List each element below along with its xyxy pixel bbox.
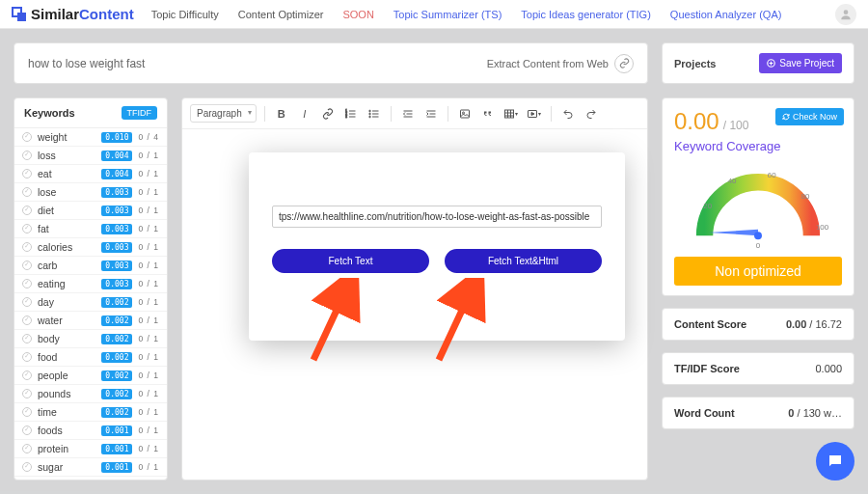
keyword-row[interactable]: lose0.0030 / 1 [14, 183, 167, 202]
check-icon [22, 389, 32, 398]
keyword-row[interactable]: eating0.0030 / 1 [14, 275, 167, 293]
table-icon[interactable]: ▾ [502, 105, 520, 123]
check-icon [22, 370, 32, 380]
keyword-score: 0.002 [101, 389, 132, 399]
keyword-label: loss [38, 150, 95, 161]
check-icon [22, 444, 32, 453]
svg-rect-1 [17, 13, 26, 21]
check-icon [22, 261, 32, 270]
keyword-label: foods [38, 425, 95, 436]
fetch-text-button[interactable]: Fetch Text [272, 249, 429, 273]
keyword-row[interactable]: day0.0020 / 1 [14, 293, 167, 312]
keyword-score: 0.002 [101, 334, 132, 344]
svg-point-20 [754, 232, 762, 239]
check-icon [22, 206, 32, 215]
keyword-score: 0.003 [101, 206, 132, 216]
link-tool-icon[interactable] [319, 105, 337, 123]
keyword-score: 0.003 [101, 224, 132, 234]
ordered-list-icon[interactable]: 123 [342, 105, 360, 123]
keyword-row[interactable]: fat0.0030 / 1 [14, 220, 167, 238]
extract-label: Extract Content from Web [487, 58, 609, 69]
check-icon [22, 334, 32, 343]
keyword-coverage-label: Keyword Coverage [674, 139, 781, 153]
keyword-score: 0.002 [101, 352, 132, 363]
keyword-row[interactable]: water0.0020 / 1 [14, 312, 167, 330]
keyword-row[interactable]: foods0.0010 / 1 [14, 422, 167, 440]
quote-icon[interactable] [479, 105, 497, 123]
fetch-url-input[interactable] [272, 206, 602, 228]
fetch-text-html-button[interactable]: Fetch Text&Html [445, 249, 602, 273]
keyword-row[interactable]: carb0.0030 / 1 [14, 257, 167, 275]
check-icon [22, 242, 32, 252]
nav-topic-difficulty[interactable]: Topic Difficulty [151, 9, 219, 20]
keyword-row[interactable]: pounds0.0020 / 1 [14, 385, 167, 403]
keyword-ratio: 0 / 1 [138, 242, 159, 252]
keyword-score: 0.010 [101, 132, 132, 143]
tfidf-tag[interactable]: TFIDF [122, 106, 158, 120]
redo-icon[interactable] [583, 105, 600, 123]
keyword-label: pounds [38, 388, 95, 399]
nav-topic-summarizer[interactable]: Topic Summarizer (TS) [393, 9, 502, 20]
chat-launcher[interactable] [816, 442, 854, 480]
check-icon [22, 169, 32, 178]
italic-icon[interactable]: I [296, 105, 313, 123]
svg-text:100: 100 [816, 223, 829, 232]
keyword-label: body [38, 333, 95, 344]
fetch-url-modal: Fetch Text Fetch Text&Html [249, 152, 625, 341]
keyword-label: time [38, 406, 95, 418]
paragraph-select[interactable]: Paragraph [190, 104, 257, 123]
svg-text:3: 3 [345, 115, 347, 119]
keyword-row[interactable]: time0.0020 / 1 [14, 403, 167, 422]
keyword-row[interactable]: protein0.0010 / 1 [14, 440, 167, 458]
keyword-row[interactable]: loss0.0040 / 1 [14, 147, 167, 165]
chat-icon [827, 453, 844, 470]
keyword-score: 0.002 [101, 316, 132, 326]
check-now-button[interactable]: Check Now [775, 108, 844, 125]
nav-content-optimizer[interactable]: Content Optimizer [238, 9, 324, 20]
keyword-ratio: 0 / 1 [138, 187, 159, 197]
bold-icon[interactable]: B [273, 105, 290, 123]
keyword-label: protein [38, 443, 95, 454]
indent-icon[interactable] [422, 105, 440, 123]
extract-from-web[interactable]: Extract Content from Web [487, 54, 634, 73]
keyword-row[interactable]: food0.0020 / 1 [14, 348, 167, 367]
keyword-row[interactable]: people0.0020 / 1 [14, 367, 167, 385]
keyword-row[interactable]: sugar0.0010 / 1 [14, 458, 167, 477]
user-avatar[interactable] [835, 4, 856, 25]
keyword-row[interactable]: body0.0020 / 1 [14, 330, 167, 348]
keyword-row[interactable]: eat0.0040 / 1 [14, 165, 167, 183]
keyword-row[interactable]: week0.0010 / 1 [14, 477, 167, 480]
undo-icon[interactable] [559, 105, 577, 123]
save-project-button[interactable]: Save Project [759, 53, 842, 73]
keyword-row[interactable]: weight0.0100 / 4 [14, 128, 167, 147]
svg-point-9 [368, 116, 370, 118]
nav-topic-ideas-generator[interactable]: Topic Ideas generator (TIG) [521, 9, 651, 20]
keyword-ratio: 0 / 1 [138, 169, 159, 178]
nav-question-analyzer[interactable]: Question Analyzer (QA) [670, 9, 782, 20]
keyword-ratio: 0 / 1 [138, 261, 159, 270]
keyword-label: eat [38, 168, 95, 179]
keyword-row[interactable]: calories0.0030 / 1 [14, 238, 167, 257]
keyword-row[interactable]: diet0.0030 / 1 [14, 202, 167, 220]
outdent-icon[interactable] [399, 105, 417, 123]
keyword-label: food [38, 351, 95, 363]
keyword-score: 0.004 [101, 169, 132, 179]
topic-input[interactable] [28, 57, 487, 70]
keyword-ratio: 0 / 4 [138, 132, 159, 142]
check-icon [22, 297, 32, 307]
keyword-score: 0.002 [101, 370, 132, 381]
keywords-list[interactable]: weight0.0100 / 4loss0.0040 / 1eat0.0040 … [14, 128, 167, 480]
image-icon[interactable] [456, 105, 474, 123]
check-icon [22, 224, 32, 233]
keyword-ratio: 0 / 1 [138, 462, 159, 472]
keyword-label: water [38, 315, 95, 326]
check-icon [22, 316, 32, 325]
keyword-score: 0.003 [101, 187, 132, 198]
svg-rect-10 [460, 110, 469, 118]
media-icon[interactable]: ▾ [526, 105, 543, 123]
score-max: / 100 [723, 119, 749, 132]
keyword-score: 0.003 [101, 261, 132, 271]
keywords-panel: Keywords TFIDF weight0.0100 / 4loss0.004… [14, 97, 168, 480]
optimization-status: Non optimized [674, 257, 842, 286]
unordered-list-icon[interactable] [366, 105, 383, 123]
